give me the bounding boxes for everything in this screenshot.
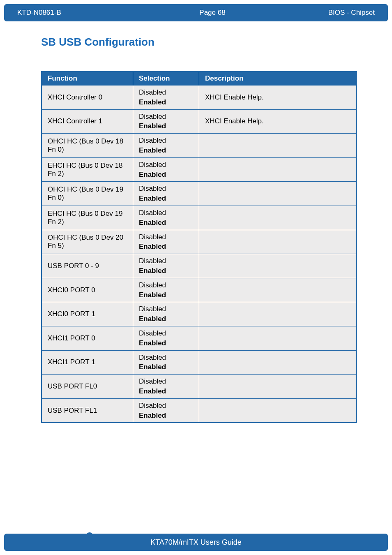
cell-selection: DisabledEnabled (133, 157, 199, 182)
cell-description (199, 326, 357, 350)
table-row: EHCI HC (Bus 0 Dev 19 Fn 2)DisabledEnabl… (42, 206, 357, 230)
cell-description (199, 206, 357, 230)
selection-enabled: Enabled (139, 97, 193, 107)
selection-disabled: Disabled (139, 353, 193, 363)
cell-selection: DisabledEnabled (133, 230, 199, 254)
cell-function: USB PORT FL1 (42, 398, 133, 423)
table-row: XHCI Controller 1DisabledEnabledXHCI Ena… (42, 109, 357, 134)
config-table: Function Selection Description XHCI Cont… (41, 71, 357, 423)
cell-function: XHCI Controller 0 (42, 86, 133, 110)
cell-function: XHCI Controller 1 (42, 109, 133, 134)
table-row: XHCI Controller 0DisabledEnabledXHCI Ena… (42, 86, 357, 110)
content-area: SB USB Configuration Function Selection … (0, 21, 392, 423)
cell-selection: DisabledEnabled (133, 326, 199, 350)
selection-disabled: Disabled (139, 136, 193, 146)
table-row: OHCI HC (Bus 0 Dev 20 Fn 5)DisabledEnabl… (42, 230, 357, 254)
cell-description: XHCI Enable Help. (199, 109, 357, 134)
cell-selection: DisabledEnabled (133, 375, 199, 399)
table-row: XHCI1 PORT 1DisabledEnabled (42, 350, 357, 375)
section-label: BIOS - Chipset (284, 9, 375, 17)
table-row: OHCI HC (Bus 0 Dev 18 Fn 0)DisabledEnabl… (42, 134, 357, 158)
table-header-row: Function Selection Description (42, 72, 357, 86)
cell-selection: DisabledEnabled (133, 182, 199, 206)
table-row: XHCI0 PORT 0DisabledEnabled (42, 278, 357, 302)
cell-selection: DisabledEnabled (133, 109, 199, 134)
selection-disabled: Disabled (139, 88, 193, 97)
cell-description (199, 398, 357, 423)
selection-enabled: Enabled (139, 146, 193, 155)
cell-description (199, 350, 357, 375)
cell-function: OHCI HC (Bus 0 Dev 18 Fn 0) (42, 134, 133, 158)
cell-description (199, 254, 357, 278)
cell-function: OHCI HC (Bus 0 Dev 20 Fn 5) (42, 230, 133, 254)
cell-selection: DisabledEnabled (133, 134, 199, 158)
cell-function: XHCI0 PORT 0 (42, 278, 133, 302)
selection-disabled: Disabled (139, 328, 193, 338)
footer-bar: KTA70M/mITX Users Guide (4, 534, 388, 551)
table-row: USB PORT FL0DisabledEnabled (42, 375, 357, 399)
cell-function: USB PORT FL0 (42, 375, 133, 399)
cell-function: XHCI0 PORT 1 (42, 302, 133, 326)
cell-function: USB PORT 0 - 9 (42, 254, 133, 278)
selection-disabled: Disabled (139, 112, 193, 122)
cell-selection: DisabledEnabled (133, 398, 199, 423)
page-heading: SB USB Configuration (41, 36, 357, 49)
cell-description (199, 157, 357, 182)
col-function: Function (42, 72, 133, 86)
cell-description (199, 134, 357, 158)
footer-text: KTA70M/mITX Users Guide (150, 538, 242, 547)
cell-selection: DisabledEnabled (133, 86, 199, 110)
selection-disabled: Disabled (139, 184, 193, 194)
cell-description: XHCI Enable Help. (199, 86, 357, 110)
col-selection: Selection (133, 72, 199, 86)
cell-description (199, 230, 357, 254)
header-wrap: KTD-N0861-B Page 68 BIOS - Chipset (0, 0, 392, 21)
footer-bump-icon (86, 532, 93, 536)
selection-enabled: Enabled (139, 242, 193, 252)
table-row: EHCI HC (Bus 0 Dev 18 Fn 2)DisabledEnabl… (42, 157, 357, 182)
cell-function: XHCI1 PORT 0 (42, 326, 133, 350)
selection-enabled: Enabled (139, 121, 193, 131)
selection-disabled: Disabled (139, 401, 193, 411)
col-description: Description (199, 72, 357, 86)
selection-enabled: Enabled (139, 218, 193, 228)
selection-enabled: Enabled (139, 411, 193, 421)
table-row: XHCI0 PORT 1DisabledEnabled (42, 302, 357, 326)
selection-enabled: Enabled (139, 314, 193, 324)
table-row: USB PORT FL1DisabledEnabled (42, 398, 357, 423)
cell-description (199, 278, 357, 302)
cell-selection: DisabledEnabled (133, 302, 199, 326)
selection-disabled: Disabled (139, 280, 193, 290)
selection-enabled: Enabled (139, 194, 193, 204)
doc-id: KTD-N0861-B (17, 9, 141, 17)
cell-description (199, 375, 357, 399)
selection-disabled: Disabled (139, 256, 193, 266)
selection-enabled: Enabled (139, 338, 193, 348)
cell-selection: DisabledEnabled (133, 206, 199, 230)
footer-wrap: KTA70M/mITX Users Guide (0, 530, 392, 555)
table-row: OHCI HC (Bus 0 Dev 19 Fn 0)DisabledEnabl… (42, 182, 357, 206)
selection-enabled: Enabled (139, 290, 193, 300)
page-number: Page 68 (141, 9, 284, 17)
cell-function: EHCI HC (Bus 0 Dev 18 Fn 2) (42, 157, 133, 182)
page: KTD-N0861-B Page 68 BIOS - Chipset SB US… (0, 0, 392, 555)
selection-enabled: Enabled (139, 266, 193, 276)
table-row: USB PORT 0 - 9DisabledEnabled (42, 254, 357, 278)
selection-disabled: Disabled (139, 208, 193, 218)
cell-function: EHCI HC (Bus 0 Dev 19 Fn 2) (42, 206, 133, 230)
cell-selection: DisabledEnabled (133, 350, 199, 375)
selection-disabled: Disabled (139, 304, 193, 314)
cell-selection: DisabledEnabled (133, 278, 199, 302)
cell-description (199, 182, 357, 206)
selection-disabled: Disabled (139, 377, 193, 386)
header-bar: KTD-N0861-B Page 68 BIOS - Chipset (4, 4, 388, 21)
table-row: XHCI1 PORT 0DisabledEnabled (42, 326, 357, 350)
cell-function: XHCI1 PORT 1 (42, 350, 133, 375)
selection-enabled: Enabled (139, 362, 193, 372)
cell-function: OHCI HC (Bus 0 Dev 19 Fn 0) (42, 182, 133, 206)
selection-disabled: Disabled (139, 160, 193, 170)
selection-enabled: Enabled (139, 386, 193, 396)
selection-disabled: Disabled (139, 232, 193, 242)
cell-description (199, 302, 357, 326)
selection-enabled: Enabled (139, 170, 193, 180)
